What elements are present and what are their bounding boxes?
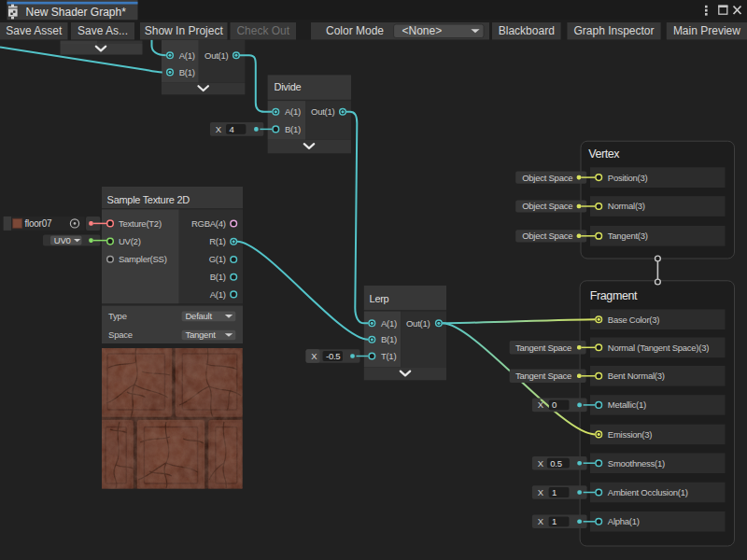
svg-text:Color Mode: Color Mode: [326, 24, 384, 37]
svg-text:X: X: [311, 351, 317, 361]
svg-text:Position(3): Position(3): [608, 173, 648, 183]
svg-text:Main Preview: Main Preview: [673, 24, 740, 37]
svg-text:Object Space: Object Space: [522, 201, 572, 211]
svg-text:Blackboard: Blackboard: [499, 24, 555, 37]
svg-text:Tangent: Tangent: [186, 329, 217, 340]
svg-text:0.5: 0.5: [550, 458, 561, 469]
svg-text:Ambient Occlusion(1): Ambient Occlusion(1): [608, 487, 688, 497]
svg-text:Object Space: Object Space: [522, 173, 572, 183]
svg-text:Metallic(1): Metallic(1): [608, 399, 646, 410]
svg-text:Alpha(1): Alpha(1): [608, 516, 640, 526]
svg-text:Tangent Space: Tangent Space: [515, 343, 571, 353]
svg-text:Space: Space: [108, 329, 133, 340]
svg-text:Lerp: Lerp: [370, 293, 389, 304]
svg-text:floor07: floor07: [25, 218, 53, 229]
svg-text:Tangent Space: Tangent Space: [515, 371, 571, 381]
svg-text:<None>: <None>: [402, 24, 443, 37]
svg-text:Object Space: Object Space: [522, 231, 572, 241]
svg-text:1: 1: [552, 516, 557, 526]
svg-text:B(1): B(1): [285, 124, 301, 134]
svg-text:-0.5: -0.5: [326, 351, 340, 361]
svg-text:Smoothness(1): Smoothness(1): [608, 458, 665, 469]
svg-text:Check Out: Check Out: [236, 24, 289, 37]
svg-text:Graph Inspector: Graph Inspector: [573, 24, 654, 37]
svg-text:Sample Texture 2D: Sample Texture 2D: [107, 194, 190, 205]
svg-text:0: 0: [552, 399, 557, 410]
svg-text:T(1): T(1): [381, 351, 397, 361]
svg-text:G(1): G(1): [209, 254, 226, 264]
svg-text:Out(1): Out(1): [204, 50, 229, 61]
svg-text:Normal(3): Normal(3): [608, 201, 645, 211]
svg-text:Fragment: Fragment: [590, 289, 638, 302]
svg-text:A(1): A(1): [210, 289, 226, 300]
svg-text:Tangent(3): Tangent(3): [608, 231, 648, 241]
svg-text:Base Color(3): Base Color(3): [608, 315, 659, 325]
svg-text:Out(1): Out(1): [406, 318, 430, 329]
svg-text:Save Asset: Save Asset: [6, 24, 63, 37]
svg-text:X: X: [538, 516, 544, 526]
svg-text:Bent Normal(3): Bent Normal(3): [608, 371, 665, 381]
svg-text:1: 1: [552, 487, 557, 497]
svg-text:Save As...: Save As...: [78, 24, 128, 37]
svg-text:Type: Type: [108, 311, 127, 321]
svg-text:Default: Default: [186, 311, 213, 321]
svg-text:RGBA(4): RGBA(4): [191, 218, 226, 229]
svg-text:Show In Project: Show In Project: [145, 24, 224, 37]
svg-text:B(1): B(1): [381, 334, 397, 344]
svg-text:UV(2): UV(2): [119, 236, 141, 246]
svg-text:A(1): A(1): [381, 318, 397, 329]
svg-text:Texture(T2): Texture(T2): [119, 218, 162, 229]
svg-text:Divide: Divide: [275, 81, 302, 92]
svg-text:B(1): B(1): [179, 67, 195, 77]
svg-text:Vertex: Vertex: [588, 147, 620, 161]
svg-text:Normal (Tangent Space)(3): Normal (Tangent Space)(3): [608, 343, 709, 353]
svg-text:Emission(3): Emission(3): [608, 429, 652, 440]
svg-text:X: X: [216, 124, 222, 134]
svg-text:New Shader Graph*: New Shader Graph*: [26, 6, 127, 19]
svg-text:Sampler(SS): Sampler(SS): [119, 254, 167, 264]
svg-text:A(1): A(1): [285, 106, 301, 117]
svg-text:4: 4: [230, 124, 234, 134]
svg-text:Out(1): Out(1): [311, 106, 335, 117]
svg-text:UV0: UV0: [54, 235, 71, 245]
svg-text:X: X: [538, 458, 544, 469]
svg-text:A(1): A(1): [179, 50, 195, 61]
svg-text:B(1): B(1): [210, 272, 226, 282]
svg-text:X: X: [538, 487, 544, 497]
svg-text:R(1): R(1): [209, 236, 226, 246]
